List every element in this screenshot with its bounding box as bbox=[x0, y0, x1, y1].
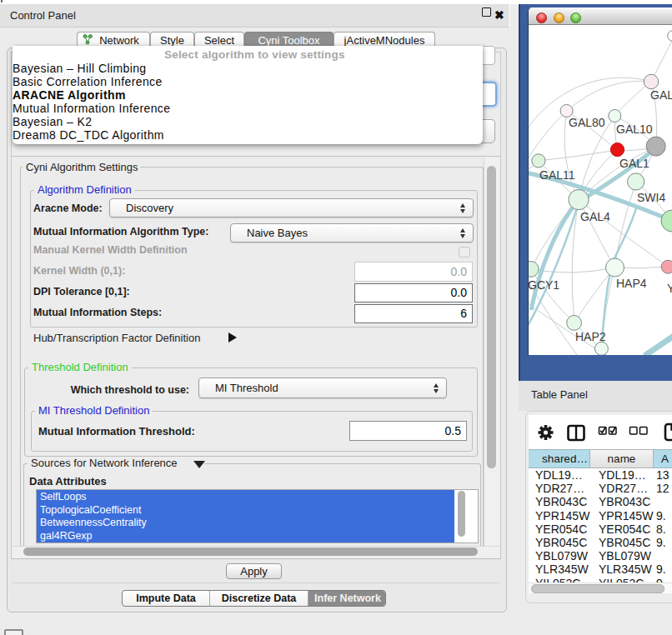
svg-text:HAP2: HAP2 bbox=[575, 330, 606, 343]
svg-text:SWI4: SWI4 bbox=[637, 191, 665, 204]
svg-text:GCY1: GCY1 bbox=[529, 278, 559, 292]
svg-text:GAL11: GAL11 bbox=[539, 168, 575, 182]
svg-text:Y: Y bbox=[667, 282, 672, 295]
svg-text:GAL1: GAL1 bbox=[619, 157, 649, 170]
svg-text:GAL10: GAL10 bbox=[616, 122, 653, 136]
svg-text:GAL80: GAL80 bbox=[569, 116, 605, 129]
svg-text:GAL: GAL bbox=[650, 88, 672, 102]
svg-text:HAP4: HAP4 bbox=[616, 277, 647, 290]
svg-text:GAL4: GAL4 bbox=[580, 210, 610, 223]
